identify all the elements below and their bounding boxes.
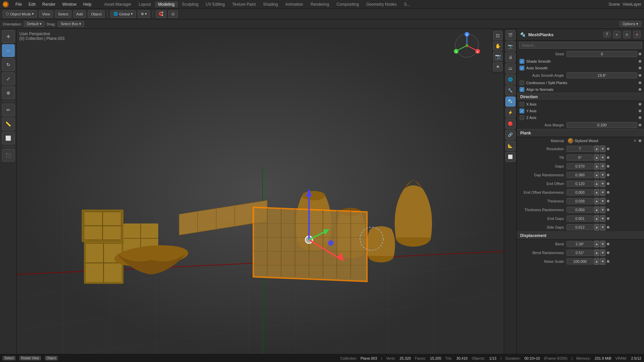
plank-section-header[interactable]: Plank <box>517 129 644 137</box>
render-props-icon[interactable]: 📷 <box>505 41 516 51</box>
tilt-down-btn[interactable]: ▼ <box>600 154 605 161</box>
align-normals-checkbox[interactable]: ✓ Align to Normals <box>520 87 553 92</box>
tab-layout[interactable]: Layout <box>135 1 154 7</box>
resolution-up-btn[interactable]: ▲ <box>594 145 599 152</box>
material-props-icon[interactable]: ⬜ <box>505 152 516 162</box>
side-gaps-value[interactable]: 0.012 <box>567 224 593 230</box>
thickness-rand-up-btn[interactable]: ▲ <box>594 206 599 213</box>
x-axis-checkbox[interactable]: X Axis <box>520 102 537 107</box>
displacement-section-header[interactable]: Displacement <box>517 232 644 240</box>
annotate-tool[interactable]: ✏ <box>2 104 15 116</box>
noise-scale-up-btn[interactable]: ▲ <box>594 258 599 265</box>
noise-scale-value[interactable]: 100.000 <box>567 258 593 264</box>
pan-btn[interactable]: ✋ <box>493 41 502 51</box>
prop-close-btn[interactable]: ✕ <box>633 31 641 38</box>
tab-geometry-nodes[interactable]: Geometry Nodes <box>363 1 400 7</box>
tab-modeling[interactable]: Modeling <box>155 1 178 7</box>
mode-selector[interactable]: ⬡ Object Mode ▾ <box>3 10 37 18</box>
gaps-up-btn[interactable]: ▲ <box>594 163 599 170</box>
shade-smooth-checkbox[interactable]: ✓ Shade Smooth <box>520 59 551 64</box>
bend-up-btn[interactable]: ▲ <box>594 241 599 247</box>
rotate-tool[interactable]: ↻ <box>2 58 15 71</box>
tab-asset-manager[interactable]: Asset Manager <box>101 1 135 7</box>
cursor-tool[interactable]: ✛ <box>2 30 15 43</box>
drag-select-box[interactable]: Select Box ▾ <box>58 21 85 27</box>
bend-rand-up-btn[interactable]: ▲ <box>594 249 599 256</box>
prop-number[interactable]: 7 <box>603 32 610 38</box>
measure-tool[interactable]: 📏 <box>2 118 15 130</box>
object-menu[interactable]: Object <box>88 10 105 18</box>
gap-rand-up-btn[interactable]: ▲ <box>594 172 599 178</box>
viewport[interactable]: User Perspective (0) Collection | Plane.… <box>17 29 504 354</box>
y-axis-checkbox[interactable]: ✓ Y Axis <box>520 109 536 113</box>
menu-window[interactable]: Window <box>59 1 79 7</box>
tab-rendering[interactable]: Rendering <box>307 1 332 7</box>
blender-logo-icon[interactable] <box>3 1 9 8</box>
transform-tool[interactable]: ⊕ <box>2 86 15 99</box>
modifier-props-icon[interactable]: 🔩 <box>505 97 516 107</box>
thickness-up-btn[interactable]: ▲ <box>594 198 599 204</box>
tilt-value[interactable]: 0° <box>567 155 593 161</box>
material-remove-btn[interactable]: ✕ <box>633 138 637 143</box>
snap-toggle[interactable]: 🧲 <box>156 10 166 18</box>
gaps-value[interactable]: 0.570 <box>567 163 593 169</box>
bend-value[interactable]: 2.36° <box>567 241 593 247</box>
material-name[interactable]: Stylized Wood <box>575 139 631 143</box>
tab-compositing[interactable]: Compositing <box>333 1 362 7</box>
menu-file[interactable]: File <box>13 1 24 7</box>
end-offset-rand-up-btn[interactable]: ▲ <box>594 189 599 196</box>
resolution-value[interactable]: 7 <box>567 146 593 152</box>
viewport-gizmo[interactable]: Z X Y <box>453 32 480 59</box>
noise-scale-down-btn[interactable]: ▼ <box>600 258 605 265</box>
menu-help[interactable]: Help <box>80 1 94 7</box>
tilt-up-btn[interactable]: ▲ <box>594 154 599 161</box>
thickness-value[interactable]: 0.039 <box>567 198 593 204</box>
auto-smooth-checkbox[interactable]: ✓ Auto Smooth <box>520 66 548 70</box>
bend-rand-down-btn[interactable]: ▼ <box>600 249 605 256</box>
bend-rand-value[interactable]: 0.51° <box>567 250 593 256</box>
world-props-icon[interactable]: 🔧 <box>505 85 516 96</box>
side-gaps-down-btn[interactable]: ▼ <box>600 224 605 231</box>
view-menu[interactable]: View <box>39 10 53 18</box>
output-props-icon[interactable]: 🖨 <box>505 52 516 62</box>
end-offset-up-btn[interactable]: ▲ <box>594 180 599 187</box>
bend-down-btn[interactable]: ▼ <box>600 241 605 247</box>
end-offset-rand-value[interactable]: 0.000 <box>567 189 593 195</box>
move-tool[interactable]: ↔ <box>2 44 15 57</box>
continuous-split-checkbox[interactable]: Continuous / Split Planks <box>520 80 567 85</box>
tab-texture-paint[interactable]: Texture Paint <box>229 1 259 7</box>
thickness-rand-value[interactable]: 0.050 <box>567 207 593 213</box>
zoom-to-fit-btn[interactable]: ⊡ <box>493 31 502 40</box>
object-data-icon[interactable]: 📐 <box>505 141 516 151</box>
seed-value[interactable]: 0 <box>567 51 637 57</box>
constraints-props-icon[interactable]: 🔗 <box>505 130 516 140</box>
end-offset-down-btn[interactable]: ▼ <box>600 180 605 187</box>
prop-copy-btn[interactable]: ⎘ <box>623 31 631 38</box>
render-preview-btn[interactable]: ☀ <box>493 62 502 71</box>
side-gaps-up-btn[interactable]: ▲ <box>594 224 599 231</box>
history-back[interactable]: ⬛ <box>2 149 15 162</box>
scene-props-icon[interactable]: 🎬 <box>505 30 516 40</box>
gap-randomness-value[interactable]: 0.380 <box>567 172 593 178</box>
particles-props-icon[interactable]: ⚡ <box>505 108 516 118</box>
orientation-default[interactable]: Default ▾ <box>24 21 45 27</box>
auto-smooth-angle-value[interactable]: 19.8° <box>567 72 637 78</box>
tab-shading[interactable]: Shading <box>260 1 281 7</box>
axis-margin-value[interactable]: 0.100 <box>567 122 637 128</box>
proportional-edit[interactable]: ◎ <box>168 10 178 18</box>
gap-rand-down-btn[interactable]: ▼ <box>600 172 605 178</box>
menu-edit[interactable]: Edit <box>26 1 38 7</box>
z-axis-checkbox[interactable]: Z Axis <box>520 115 536 120</box>
scene-collection-icon[interactable]: 🌐 <box>505 74 516 84</box>
orientation-selector[interactable]: 🌐 Global ▾ <box>110 10 136 18</box>
scale-tool[interactable]: ⤢ <box>2 72 15 85</box>
view-layer-props-icon[interactable]: 🗂 <box>505 63 516 73</box>
add-cube-tool[interactable]: ⬜ <box>2 132 15 144</box>
gaps-down-btn[interactable]: ▼ <box>600 163 605 170</box>
physics-props-icon[interactable]: 🔴 <box>505 119 516 129</box>
menu-render[interactable]: Render <box>40 1 58 7</box>
end-gaps-up-btn[interactable]: ▲ <box>594 215 599 222</box>
end-offset-value[interactable]: 0.120 <box>567 181 593 187</box>
end-offset-rand-down-btn[interactable]: ▼ <box>600 189 605 196</box>
end-gaps-down-btn[interactable]: ▼ <box>600 215 605 222</box>
